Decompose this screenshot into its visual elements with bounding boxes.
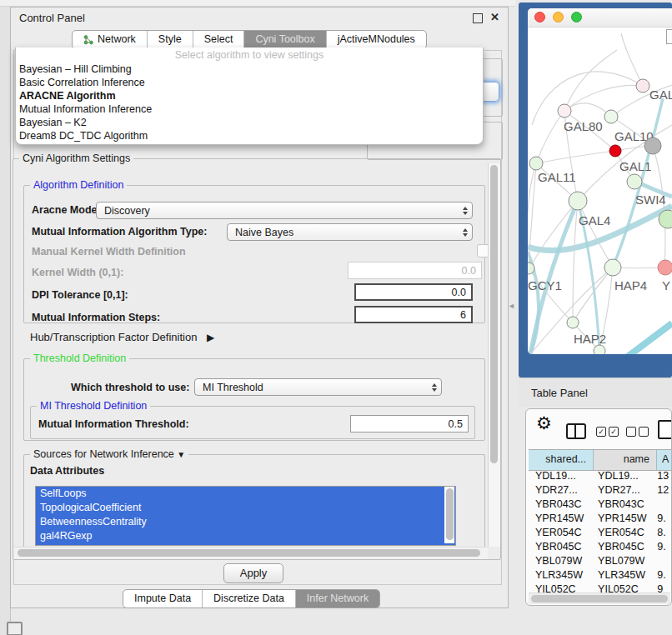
attribute-item-selfloops[interactable]: SelfLoops	[36, 487, 455, 501]
split-columns-icon[interactable]	[566, 423, 586, 439]
zoom-traffic-light-icon[interactable]	[571, 12, 582, 22]
which-threshold-select[interactable]: MI Threshold	[194, 378, 442, 396]
network-node-gal10[interactable]	[604, 110, 618, 123]
network-edge	[625, 323, 672, 354]
aracne-mode-value: Discovery	[104, 205, 150, 217]
hub-definition-toggle[interactable]: Hub/Transcription Factor Definition ▶	[30, 331, 214, 343]
tab-label: Infer Network	[307, 590, 369, 608]
apply-button[interactable]: Apply	[223, 563, 283, 583]
algorithm-option-dream8-dc-tdc-algorithm[interactable]: Dream8 DC_TDC Algorithm	[16, 129, 483, 142]
aracne-mode-select[interactable]: Discovery	[96, 202, 473, 219]
table-cell: YIL052C	[529, 582, 591, 592]
network-node-swi4[interactable]	[627, 174, 642, 189]
network-node-gal[interactable]	[636, 79, 649, 92]
select-all-checkboxes-icon[interactable]: ✓ ✓	[596, 427, 619, 437]
network-node-hap4[interactable]	[604, 259, 621, 276]
mi-type-select[interactable]: Naive Bayes	[227, 223, 473, 241]
network-edge	[530, 201, 578, 267]
network-edge	[564, 85, 643, 111]
sources-group-title[interactable]: Sources for Network Inference ▼	[30, 448, 188, 460]
table-row[interactable]: YIL052CYIL052C9	[529, 582, 672, 592]
table-row[interactable]: YPR145WYPR145W9.	[529, 512, 672, 526]
algorithm-option-bayesian-k2[interactable]: Bayesian – K2	[16, 116, 483, 129]
network-node-hap2[interactable]	[567, 317, 579, 328]
scrollbar-thumb[interactable]	[490, 165, 498, 463]
table-row[interactable]: YLR345WYLR345W9.	[529, 568, 672, 582]
network-edge	[578, 201, 613, 268]
attribute-item-betweennesscentrality[interactable]: BetweennessCentrality	[36, 515, 455, 529]
network-node-gal11[interactable]	[529, 157, 543, 170]
table-cell: YBL079W	[591, 554, 652, 568]
tab-discretize-data[interactable]: Discretize Data	[202, 590, 295, 608]
data-attributes-list: SelfLoopsTopologicalCoefficientBetweenne…	[35, 486, 456, 546]
table-cell: YBL079W	[529, 554, 591, 568]
table-row[interactable]: YBR043CYBR043C	[529, 498, 672, 512]
table-row[interactable]: YER054CYER054C8.	[529, 526, 672, 540]
mi-threshold-definition-title: MI Threshold Definition	[37, 400, 150, 412]
network-node-gal1[interactable]	[609, 145, 621, 157]
panel-splitter-handle[interactable]: ◄	[508, 302, 515, 310]
close-icon[interactable]: ✕	[490, 11, 499, 23]
mi-type-value: Naive Bayes	[235, 227, 293, 238]
stepper-arrows-icon	[463, 228, 472, 237]
column-header-shared[interactable]: shared...	[529, 450, 594, 470]
table-row[interactable]: YBR045CYBR045C9.	[529, 540, 672, 554]
column-header-a[interactable]: A	[657, 450, 672, 470]
scrollbar-thumb[interactable]	[18, 549, 480, 557]
dpi-tolerance-label: DPI Tolerance [0,1]:	[32, 289, 128, 301]
dropdown-placeholder: Select algorithm to view settings	[16, 48, 483, 62]
network-node[interactable]	[644, 138, 661, 154]
minimize-traffic-light-icon[interactable]	[553, 12, 564, 22]
column-header-name[interactable]: name	[594, 450, 657, 470]
tab-network[interactable]: Network	[73, 31, 147, 48]
network-edge	[528, 163, 536, 212]
tab-style[interactable]: Style	[147, 31, 193, 48]
deselect-all-checkboxes-icon[interactable]	[626, 427, 649, 437]
tab-cyni-toolbox[interactable]: Cyni Toolbox	[243, 31, 325, 48]
mi-threshold-label: Mutual Information Threshold:	[38, 418, 189, 430]
network-node[interactable]	[594, 345, 605, 354]
tab-select[interactable]: Select	[193, 31, 244, 48]
network-window-titlebar[interactable]	[528, 8, 672, 28]
new-table-icon[interactable]	[658, 420, 672, 439]
dock-window-icon[interactable]	[7, 622, 23, 635]
mi-threshold-definition-group: MI Threshold Definition Mutual Informati…	[30, 406, 475, 439]
tab-impute-data[interactable]: Impute Data	[123, 590, 202, 608]
table-cell: 9.	[652, 568, 672, 582]
table-horizontal-scrollbar[interactable]	[529, 592, 670, 604]
algorithm-option-aracne-algorithm[interactable]: ARACNE Algorithm	[16, 89, 483, 102]
close-traffic-light-icon[interactable]	[534, 12, 545, 22]
threshold-definition-group: Threshold Definition Which threshold to …	[23, 358, 485, 441]
node-label: GAL	[649, 88, 672, 102]
kernel-width-field[interactable]: 0.0	[348, 262, 482, 279]
attribute-item-gal4rgexp[interactable]: gal4RGexp	[36, 529, 455, 543]
attribute-item-topologicalcoefficient[interactable]: TopologicalCoefficient	[36, 501, 455, 515]
mi-steps-field[interactable]: 6	[354, 306, 473, 323]
settings-vertical-scrollbar[interactable]	[488, 163, 500, 547]
algorithm-option-mutual-information-inference[interactable]: Mutual Information Inference	[16, 102, 483, 116]
gear-icon[interactable]: ⚙	[536, 413, 552, 433]
node-label: HAP2	[574, 332, 606, 346]
table-row[interactable]: YDL19...YDL19...13	[529, 469, 672, 483]
scrollbar-thumb[interactable]	[446, 488, 454, 540]
algorithm-option-bayesian-hill-climbing[interactable]: Bayesian – Hill Climbing	[16, 62, 483, 76]
network-canvas[interactable]: GALGAL80GAL10GAL1GAL11SWI4GAL4GCY1HAP4YH…	[528, 27, 672, 354]
scrollbar-thumb[interactable]	[531, 595, 668, 602]
tab-label: Cyni Toolbox	[255, 31, 314, 48]
mi-threshold-field[interactable]: 0.5	[350, 415, 469, 432]
network-node-gal4[interactable]	[569, 192, 587, 210]
attribute-list-scrollbar[interactable]	[444, 487, 454, 543]
network-node-gal80[interactable]	[558, 104, 571, 118]
table-row[interactable]: YBL079WYBL079W	[529, 554, 672, 568]
network-window[interactable]: GALGAL80GAL10GAL1GAL11SWI4GAL4GCY1HAP4YH…	[528, 8, 672, 354]
dpi-tolerance-field[interactable]: 0.0	[354, 283, 473, 301]
tab-infer-network[interactable]: Infer Network	[295, 590, 379, 608]
table-row[interactable]: YDR27...YDR27...12	[529, 483, 672, 498]
algorithm-option-basic-correlation-inference[interactable]: Basic Correlation Inference	[16, 76, 483, 89]
network-node-y[interactable]	[658, 260, 672, 275]
settings-horizontal-scrollbar[interactable]	[14, 547, 488, 559]
float-window-icon[interactable]	[473, 13, 483, 23]
network-edge	[621, 33, 643, 86]
table-panel-card: ⚙ ✓ ✓ shared...nameA YDL19...YDL19...13Y…	[525, 408, 672, 606]
tab-jactivemnodules[interactable]: jActiveMNodules	[326, 31, 426, 48]
